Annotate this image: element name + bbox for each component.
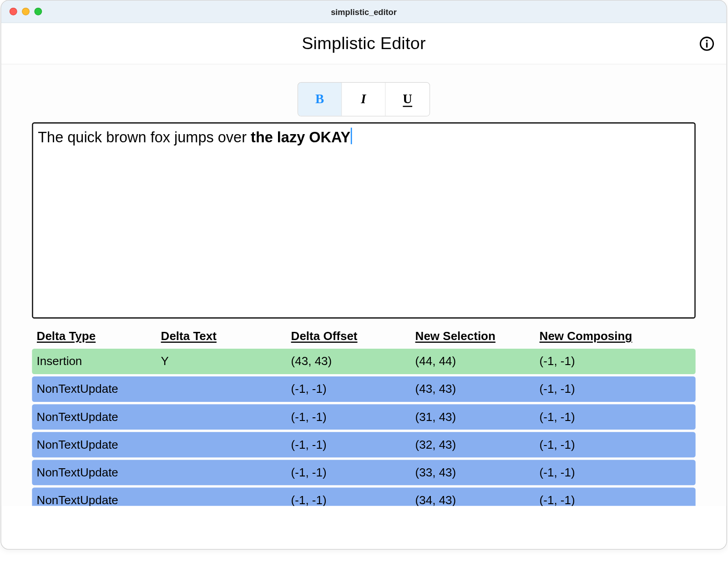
cell-delta-type: NonTextUpdate [37,466,161,479]
bold-button[interactable]: B [298,83,342,116]
cell-delta-type: NonTextUpdate [37,382,161,396]
table-header-row: Delta Type Delta Text Delta Offset New S… [32,327,696,349]
cell-delta-type: NonTextUpdate [37,494,161,506]
table-body: InsertionY(43, 43)(44, 44)(-1, -1)NonTex… [32,349,696,506]
header-delta-offset: Delta Offset [291,329,415,343]
cell-new-composing: (-1, -1) [540,355,691,368]
info-icon [699,36,715,51]
cell-delta-offset: (-1, -1) [291,410,415,424]
close-icon[interactable] [10,8,17,15]
window-controls [1,8,42,15]
table-body-clip: InsertionY(43, 43)(44, 44)(-1, -1)NonTex… [32,349,696,506]
table-row: NonTextUpdate(-1, -1)(43, 43)(-1, -1) [32,376,696,402]
cell-delta-text [161,466,291,479]
info-button[interactable] [698,35,716,52]
window-titlebar: simplistic_editor [1,0,727,23]
underline-button[interactable]: U [386,83,430,116]
cell-delta-text [161,410,291,424]
cell-delta-offset: (43, 43) [291,355,415,368]
cell-delta-offset: (-1, -1) [291,466,415,479]
cell-delta-text [161,382,291,396]
italic-icon: I [361,92,366,107]
cell-new-selection: (43, 43) [415,382,540,396]
delta-table: Delta Type Delta Text Delta Offset New S… [32,327,696,506]
cell-new-composing: (-1, -1) [540,438,691,451]
minimize-icon[interactable] [22,8,30,15]
bold-icon: B [315,92,324,107]
table-row: InsertionY(43, 43)(44, 44)(-1, -1) [32,349,696,374]
table-row: NonTextUpdate(-1, -1)(34, 43)(-1, -1) [32,488,696,506]
cell-new-composing: (-1, -1) [540,494,691,506]
svg-rect-2 [706,40,708,41]
cell-new-selection: (32, 43) [415,438,540,451]
cell-new-selection: (33, 43) [415,466,540,479]
text-caret [351,128,353,144]
cell-new-selection: (34, 43) [415,494,540,506]
cell-new-composing: (-1, -1) [540,410,691,424]
cell-new-composing: (-1, -1) [540,466,691,479]
header-new-composing: New Composing [540,329,691,343]
cell-delta-offset: (-1, -1) [291,382,415,396]
cell-delta-type: NonTextUpdate [37,438,161,451]
header-delta-text: Delta Text [161,329,291,343]
cell-new-composing: (-1, -1) [540,382,691,396]
svg-rect-1 [706,42,708,47]
formatting-toolbar: B I U [32,82,696,116]
editor-text-bold: the lazy OKAY [251,129,350,145]
format-button-group: B I U [298,82,430,116]
content-area: B I U The quick brown fox jumps over the… [1,65,727,506]
cell-delta-type: NonTextUpdate [37,410,161,424]
table-row: NonTextUpdate(-1, -1)(33, 43)(-1, -1) [32,460,696,485]
zoom-icon[interactable] [34,8,42,15]
cell-delta-text [161,494,291,506]
underline-icon: U [403,92,412,107]
cell-delta-offset: (-1, -1) [291,494,415,506]
window-title: simplistic_editor [1,7,727,16]
cell-delta-type: Insertion [37,355,161,368]
header-new-selection: New Selection [415,329,540,343]
table-row: NonTextUpdate(-1, -1)(31, 43)(-1, -1) [32,404,696,430]
table-row: NonTextUpdate(-1, -1)(32, 43)(-1, -1) [32,432,696,457]
cell-delta-text [161,438,291,451]
editor-text-normal: The quick brown fox jumps over [38,129,251,145]
italic-button[interactable]: I [342,83,385,116]
app-header: Simplistic Editor [1,23,727,65]
header-delta-type: Delta Type [37,329,161,343]
cell-delta-text: Y [161,355,291,368]
text-editor[interactable]: The quick brown fox jumps over the lazy … [32,122,696,319]
cell-new-selection: (31, 43) [415,410,540,424]
cell-new-selection: (44, 44) [415,355,540,368]
page-title: Simplistic Editor [302,34,426,53]
app-window: simplistic_editor Simplistic Editor B [0,0,727,550]
cell-delta-offset: (-1, -1) [291,438,415,451]
